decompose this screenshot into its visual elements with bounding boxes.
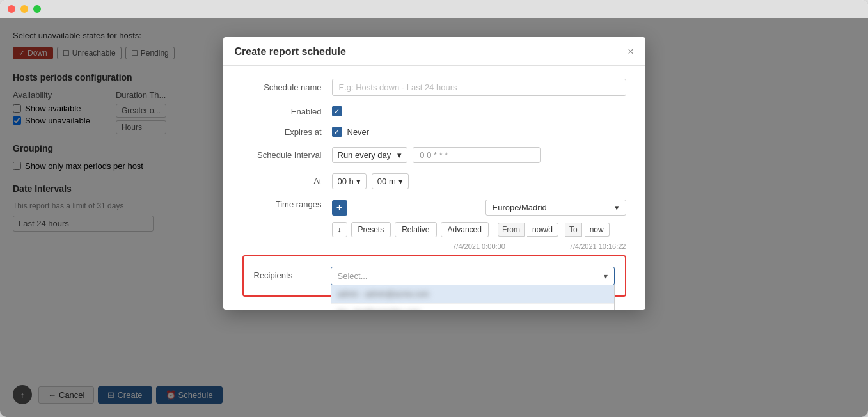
add-time-range-button[interactable]: + — [332, 200, 347, 216]
time-ranges-top: + Europe/Madrid ▾ — [332, 200, 626, 216]
schedule-interval-label: Schedule Interval — [242, 150, 332, 160]
time-ranges-controls: + Europe/Madrid ▾ ↓ Presets Relative Adv… — [332, 200, 626, 250]
app-window: Select unavailable states for hosts: ✓ D… — [0, 0, 868, 417]
close-window-button[interactable] — [8, 5, 15, 13]
expires-never-checkbox[interactable]: ✓ — [332, 127, 342, 137]
at-label: At — [242, 177, 332, 186]
from-label: From — [498, 223, 525, 237]
hours-chevron-icon: ▾ — [356, 177, 361, 186]
recipient-text-1: jira - jira@acme3ec.com — [338, 308, 421, 310]
recipients-dropdown-wrapper: Select... ▾ admin - admin@acme.com jira … — [331, 267, 615, 285]
recipient-item-1[interactable]: jira - jira@acme3ec.com — [331, 304, 614, 310]
dropdown-arrow-icon: ▾ — [604, 272, 608, 281]
recipients-select[interactable]: Select... ▾ — [331, 267, 615, 285]
hours-value: 00 h — [338, 177, 354, 186]
expires-at-label: Expires at — [242, 127, 332, 137]
enabled-checkbox[interactable]: ✓ — [332, 106, 342, 116]
time-ranges-row: Time ranges + Europe/Madrid ▾ ↓ — [242, 200, 626, 250]
hours-select[interactable]: 00 h ▾ — [332, 173, 367, 189]
recipients-placeholder: Select... — [338, 271, 368, 281]
schedule-name-row: Schedule name — [242, 79, 626, 96]
expires-at-controls: ✓ Never — [332, 127, 370, 137]
timezone-chevron-icon: ▾ — [615, 203, 619, 212]
recipients-dropdown-list: admin - admin@acme.com jira - jira@acme3… — [331, 285, 615, 310]
enabled-row: Enabled ✓ — [242, 106, 626, 116]
schedule-interval-row: Schedule Interval Run every day ▾ 0 0 * … — [242, 147, 626, 163]
create-report-modal: Create report schedule × Schedule name E… — [223, 37, 645, 310]
titlebar — [0, 0, 868, 18]
from-to-group: From now/d To now — [498, 223, 610, 237]
to-label: To — [565, 223, 582, 237]
minutes-select[interactable]: 00 m ▾ — [372, 173, 409, 189]
cron-expression: 0 0 * * * — [413, 147, 541, 163]
interval-value: Run every day — [338, 150, 391, 160]
from-date: 7/4/2021 0:00:00 — [452, 242, 505, 250]
date-displays: 7/4/2021 0:00:00 7/4/2021 10:16:22 — [332, 241, 626, 250]
down-arrow-button[interactable]: ↓ — [332, 222, 347, 237]
timezone-value: Europe/Madrid — [493, 203, 547, 212]
time-ranges-bottom: ↓ Presets Relative Advanced From now/d T… — [332, 222, 626, 237]
recipients-label: Recipients — [254, 267, 331, 280]
modal-header: Create report schedule × — [223, 37, 645, 66]
minutes-value: 00 m — [377, 177, 396, 186]
enabled-label: Enabled — [242, 107, 332, 116]
recipients-section: Recipients Select... ▾ admin - admin@acm… — [242, 255, 626, 297]
schedule-name-input[interactable] — [332, 79, 626, 96]
relative-button[interactable]: Relative — [395, 222, 436, 237]
expires-at-row: Expires at ✓ Never — [242, 127, 626, 137]
recipient-text-0: admin - admin@acme.com — [338, 290, 430, 299]
to-date: 7/4/2021 10:16:22 — [569, 242, 626, 250]
interval-controls: Run every day ▾ 0 0 * * * — [332, 147, 541, 163]
never-label: Never — [347, 127, 370, 137]
modal-close-button[interactable]: × — [627, 47, 633, 57]
presets-button[interactable]: Presets — [351, 222, 391, 237]
minutes-chevron-icon: ▾ — [398, 177, 403, 186]
interval-chevron-icon: ▾ — [397, 150, 402, 160]
at-controls: 00 h ▾ 00 m ▾ — [332, 173, 409, 189]
maximize-window-button[interactable] — [33, 5, 41, 13]
time-ranges-label: Time ranges — [242, 200, 332, 209]
timezone-select[interactable]: Europe/Madrid ▾ — [485, 200, 626, 216]
schedule-name-label: Schedule name — [242, 83, 332, 92]
minimize-window-button[interactable] — [20, 5, 28, 13]
at-row: At 00 h ▾ 00 m ▾ — [242, 173, 626, 189]
recipient-item-0[interactable]: admin - admin@acme.com — [331, 285, 614, 304]
interval-select[interactable]: Run every day ▾ — [332, 147, 408, 163]
from-value: now/d — [527, 223, 558, 237]
modal-overlay: Create report schedule × Schedule name E… — [0, 18, 868, 417]
recipients-row: Recipients Select... ▾ admin - admin@acm… — [254, 267, 615, 285]
modal-title: Create report schedule — [235, 46, 346, 58]
modal-body: Schedule name Enabled ✓ Expires at ✓ Nev… — [223, 66, 645, 310]
advanced-button[interactable]: Advanced — [441, 222, 489, 237]
to-value: now — [585, 223, 610, 237]
